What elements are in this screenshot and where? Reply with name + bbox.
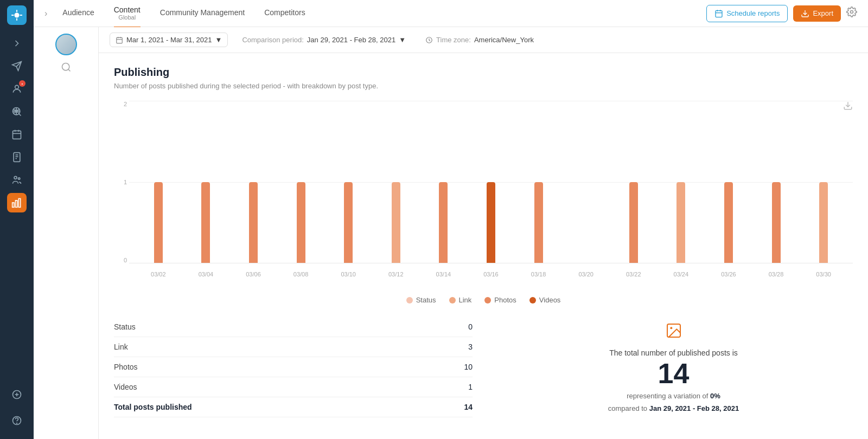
photo-icon xyxy=(665,322,682,339)
comparison-period-picker[interactable]: Comparison period: Jan 29, 2021 - Feb 28… xyxy=(237,33,411,47)
nav-expand-icon[interactable] xyxy=(7,34,27,53)
bar-group-03/06 xyxy=(229,101,277,263)
calendar-icon xyxy=(116,36,123,44)
bar-link-03/30 xyxy=(819,182,828,263)
content-body: Mar 1, 2021 - Mar 31, 2021 ▼ Comparison … xyxy=(99,27,868,439)
filter-bar: Mar 1, 2021 - Mar 31, 2021 ▼ Comparison … xyxy=(99,27,868,53)
bar-group-03/04 xyxy=(182,101,230,263)
settings-button[interactable] xyxy=(846,7,857,20)
summary-card: The total number of published posts is 1… xyxy=(494,317,853,417)
x-label-03/02: 03/02 xyxy=(135,271,182,277)
svg-line-32 xyxy=(68,69,70,72)
tab-content[interactable]: Content Global xyxy=(105,0,149,29)
stat-row-total: Total posts published14 xyxy=(114,397,473,417)
profile-avatar[interactable] xyxy=(55,34,77,55)
nav-calendar-icon[interactable] xyxy=(7,125,27,144)
nav-back-chevron[interactable]: › xyxy=(44,9,47,18)
x-label-03/18: 03/18 xyxy=(515,271,563,277)
sidebar-bottom xyxy=(7,385,27,434)
nav-reports-icon[interactable] xyxy=(7,147,27,167)
bar-photos-03/26 xyxy=(724,182,733,263)
bar-group-03/28 xyxy=(752,101,800,263)
summary-variation: representing a variation of 0% xyxy=(627,392,720,400)
svg-line-5 xyxy=(19,114,21,116)
x-label-03/16: 03/16 xyxy=(467,271,515,277)
comparison-dropdown-icon: ▼ xyxy=(399,36,406,44)
sidebar: • xyxy=(0,0,34,439)
clock-icon xyxy=(425,36,433,44)
svg-point-16 xyxy=(18,178,20,179)
schedule-reports-button[interactable]: Schedule reports xyxy=(706,5,788,22)
left-panel xyxy=(34,27,99,439)
stat-row-photos: Photos10 xyxy=(114,357,473,377)
svg-point-24 xyxy=(17,423,17,424)
nav-help-icon[interactable] xyxy=(7,411,27,430)
bar-photos-03/10 xyxy=(344,182,353,263)
date-dropdown-icon: ▼ xyxy=(215,36,222,44)
summary-comparison: compared to Jan 29, 2021 - Feb 28, 2021 xyxy=(608,404,739,412)
section-title: Publishing xyxy=(114,66,853,79)
bar-photos-03/08 xyxy=(297,182,305,263)
nav-tabs: Audience Content Global Community Manage… xyxy=(54,0,706,29)
nav-send-icon[interactable] xyxy=(7,56,27,76)
x-label-03/10: 03/10 xyxy=(324,271,372,277)
tab-audience[interactable]: Audience xyxy=(54,1,103,26)
legend-photos: Photos xyxy=(484,296,516,304)
x-label-03/30: 03/30 xyxy=(800,271,847,277)
x-label-03/24: 03/24 xyxy=(658,271,705,277)
bar-photos-03/18 xyxy=(534,182,543,263)
x-label-03/04: 03/04 xyxy=(182,271,230,277)
legend-dot-photos xyxy=(484,297,491,304)
variation-value: 0% xyxy=(710,392,720,400)
nav-analytics-icon[interactable] xyxy=(7,193,27,212)
nav-community-icon[interactable] xyxy=(7,170,27,190)
nav-globe-search-icon[interactable] xyxy=(7,102,27,121)
x-labels: 03/0203/0403/0603/0803/1003/1203/1403/16… xyxy=(129,271,853,277)
bar-group-03/22 xyxy=(610,101,658,263)
nav-audience-icon[interactable]: • xyxy=(7,79,27,99)
bar-photos-03/22 xyxy=(629,182,638,263)
bar-group-03/10 xyxy=(324,101,372,263)
bar-group-03/12 xyxy=(372,101,420,263)
publishing-chart: 2 1 0 03/0203/0403/0603/0803/1003/1203/1… xyxy=(114,101,853,285)
export-icon xyxy=(801,9,809,18)
bar-group-03/30 xyxy=(800,101,847,263)
main-area: › Audience Content Global Community Mana… xyxy=(34,0,868,439)
tab-competitors[interactable]: Competitors xyxy=(256,1,314,26)
legend-dot-status xyxy=(406,297,413,304)
y-label-1: 1 xyxy=(124,179,127,185)
chart-container: Publishing Number of posts published dur… xyxy=(99,53,868,439)
x-axis: 03/0203/0403/0603/0803/1003/1203/1403/16… xyxy=(129,263,853,285)
svg-rect-19 xyxy=(18,199,20,208)
tab-community[interactable]: Community Management xyxy=(151,1,253,26)
nav-add-icon[interactable] xyxy=(7,385,27,404)
bar-group-03/14 xyxy=(420,101,468,263)
summary-icon xyxy=(665,322,682,343)
date-range-picker[interactable]: Mar 1, 2021 - Mar 31, 2021 ▼ xyxy=(110,33,228,47)
section-subtitle: Number of posts published during the sel… xyxy=(114,82,853,90)
timezone-picker[interactable]: Time zone: America/New_York xyxy=(420,33,539,47)
schedule-icon xyxy=(714,9,723,18)
x-label-03/14: 03/14 xyxy=(420,271,468,277)
export-button[interactable]: Export xyxy=(793,5,841,22)
bar-group-03/26 xyxy=(705,101,752,263)
y-label-0: 0 xyxy=(124,257,127,263)
x-label-03/06: 03/06 xyxy=(229,271,277,277)
summary-text: The total number of published posts is xyxy=(609,348,738,357)
app-logo[interactable] xyxy=(7,5,27,25)
search-icon[interactable] xyxy=(61,62,72,75)
svg-rect-7 xyxy=(13,131,21,139)
bar-group-03/20 xyxy=(562,101,610,263)
bar-photos-03/02 xyxy=(154,182,163,263)
svg-rect-25 xyxy=(716,10,722,17)
bar-videos-03/16 xyxy=(487,182,495,263)
legend-status: Status xyxy=(406,296,436,304)
tab-content-label: Content xyxy=(114,5,141,14)
bar-photos-03/06 xyxy=(249,182,258,263)
tab-content-sub: Global xyxy=(114,14,141,28)
top-navigation: › Audience Content Global Community Mana… xyxy=(34,0,868,27)
svg-rect-17 xyxy=(12,203,14,207)
stat-row-link: Link3 xyxy=(114,337,473,357)
bar-link-03/12 xyxy=(392,182,400,263)
x-label-03/28: 03/28 xyxy=(752,271,800,277)
